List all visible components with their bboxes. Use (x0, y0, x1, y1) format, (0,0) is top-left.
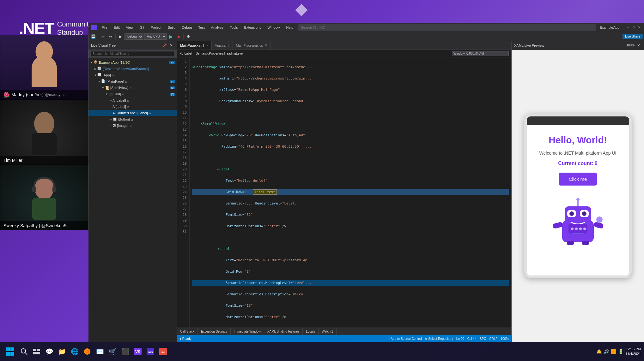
svg-rect-17 (567, 241, 574, 245)
phone-count-text: Current count: 0 (558, 161, 597, 166)
tree-item-image[interactable]: ─ 🖼 [Image] ⌂ (88, 122, 177, 129)
close-button[interactable]: ✕ (637, 25, 641, 30)
tree-item-desktopwindow[interactable]: ▶ 🪟 [DesktopWindowXamlSource] (88, 66, 177, 72)
menu-edit[interactable]: Edit (112, 25, 121, 30)
tab-callstack[interactable]: Call Stack (177, 328, 198, 335)
tab-immediatewindow[interactable]: Immediate Window (231, 328, 264, 335)
tree-expander-8: ─ (109, 105, 112, 109)
phone-click-button[interactable]: Click me (559, 173, 597, 186)
editor-tab-bar: MainPage.xaml × App.xaml MainPrograms.cs… (177, 41, 511, 50)
terminal-icon[interactable]: ⬛ (119, 346, 131, 357)
vs-window-controls: ─ □ ✕ (626, 25, 641, 30)
vs-taskbar-icon[interactable]: VS (132, 346, 143, 357)
edge-icon[interactable]: 🌐 (69, 346, 80, 357)
tab-appxaml[interactable]: App.xaml (212, 41, 233, 50)
status-select-repo[interactable]: ⊕ Select Repository (425, 337, 453, 340)
lvt-close-button[interactable]: ✕ (168, 43, 174, 48)
tree-label-5: 📜 [ScrollView] ⌂ (105, 86, 131, 90)
menu-debug[interactable]: Debug (180, 25, 193, 30)
toolbar-undo-icon[interactable]: ↩ (100, 33, 106, 40)
svg-rect-1 (32, 133, 57, 155)
tab-mainpage-xaml[interactable]: MainPage.xaml × (177, 41, 212, 50)
tab-locals[interactable]: Locals (303, 328, 319, 335)
tree-item-mainpage[interactable]: ▼ 📄 [MainPage] ⌂ [7] (88, 78, 177, 85)
code-line-4: BackgroundColor="{DynamicResource Second… (192, 98, 509, 104)
lvt-search-input[interactable] (91, 51, 174, 57)
code-content: <ContentPage xmlns="http://schemas.micro… (190, 57, 511, 328)
email-icon[interactable]: ✉️ (94, 346, 106, 357)
tree-item-grid[interactable]: ▼ ⊞ [Grid] ⌂ [5] (88, 91, 177, 97)
code-editor[interactable]: 12345 678910 1112131415 1617181920 21222… (177, 57, 511, 328)
tab-exceptionsettings[interactable]: Exception Settings (198, 328, 231, 335)
dotnet-taskbar-icon[interactable]: .NET (145, 346, 156, 357)
tab-mainprograms-close[interactable]: × (265, 44, 267, 47)
chat-icon[interactable]: 💬 (44, 346, 55, 357)
tab-watch1[interactable]: Watch 1 (319, 328, 337, 335)
toolbar-more-icon[interactable]: ⚙ (185, 33, 192, 40)
svg-text:R#: R# (161, 351, 165, 354)
menu-tools[interactable]: Tools (228, 25, 239, 30)
code-line-24 (192, 326, 509, 328)
tab-mainpage-close[interactable]: × (206, 44, 208, 47)
taskview-icon[interactable] (31, 346, 42, 357)
explorer-icon[interactable]: 📁 (56, 346, 68, 357)
tab-mainprograms[interactable]: MainPrograms.cs × (233, 41, 270, 50)
menu-build[interactable]: Build (167, 25, 177, 30)
menu-extensions[interactable]: Extensions (243, 25, 263, 30)
tree-badge-5: [8] (170, 86, 175, 89)
menu-file[interactable]: File (100, 25, 109, 30)
platform-dropdown[interactable]: Any CPU (144, 33, 167, 40)
svg-line-31 (25, 352, 27, 355)
tree-item-label2[interactable]: ─ A [Label] ⌂ (88, 104, 177, 110)
tree-item-app[interactable]: ▼ ⬜ [App] ⌂ (88, 72, 177, 78)
menu-project[interactable]: Project (149, 25, 162, 30)
toolbar-debug-icon[interactable]: ▶ (117, 33, 124, 40)
rider-icon[interactable]: R# (157, 346, 169, 357)
status-ln: Ln 20 (456, 337, 464, 340)
menu-view[interactable]: View (125, 25, 135, 30)
search-icon (21, 348, 27, 355)
start-button[interactable] (3, 345, 17, 358)
tree-icon-2: 🪟 (97, 67, 102, 71)
system-clock: 12:16 PM 11/4/2021 (625, 347, 641, 357)
config-dropdown[interactable]: Debug (125, 33, 143, 40)
live-share-button[interactable]: Live Share (623, 34, 643, 39)
store-icon[interactable]: 🛒 (107, 346, 118, 357)
menu-help[interactable]: Help (285, 25, 295, 30)
person2-silhouette (0, 100, 88, 165)
minimize-button[interactable]: ─ (626, 25, 630, 30)
menu-git[interactable]: Git (138, 25, 145, 30)
tree-item-counterlabel[interactable]: ─ A CounterLabel [Label] ⌂ (88, 110, 177, 116)
tree-expander-10: ─ (109, 117, 112, 121)
status-add-source[interactable]: ↑ Add to Source Control (388, 337, 422, 340)
person3-label: Sweeky Satpathy | @SweekritiS (0, 221, 88, 230)
code-line-19: Grid.Row="1" (192, 269, 509, 275)
tree-item-button[interactable]: ─ 🔲 [Button] ⌂ (88, 116, 177, 122)
menu-test[interactable]: Test (197, 25, 206, 30)
svg-rect-4 (32, 186, 36, 192)
firefox-icon[interactable] (82, 346, 93, 357)
search-taskbar-icon[interactable] (18, 346, 30, 357)
toolbar-save-icon[interactable]: 💾 (90, 33, 97, 40)
bc-separator: › (193, 52, 194, 55)
person2-label: Tim Miller (0, 156, 88, 165)
tree-item-scrollview[interactable]: ▼ 📜 [ScrollView] ⌂ [8] (88, 85, 177, 91)
run-button[interactable]: ▶ (167, 33, 174, 40)
menu-window[interactable]: Window (266, 25, 281, 30)
tab-mainprograms-label: MainPrograms.cs (236, 44, 263, 47)
vs-search-input[interactable] (298, 24, 596, 31)
phone-statusbar (527, 116, 629, 125)
xaml-preview-close[interactable]: ✕ (636, 43, 641, 48)
stop-button[interactable]: ■ (175, 33, 182, 40)
maximize-button[interactable]: □ (631, 25, 636, 30)
toolbar-redo-icon[interactable]: ↪ (107, 33, 114, 40)
props-input-field[interactable] (452, 51, 509, 56)
tree-item-exampleapp[interactable]: ▼ 📦 ExampleApp [13/30] [10] (88, 59, 177, 66)
status-col: Col 44 (467, 337, 477, 340)
tab-xamlbindingfailures[interactable]: XAML Binding Failures (264, 328, 303, 335)
tree-item-label1[interactable]: ─ A [Label] ⌂ (88, 97, 177, 104)
lvt-pin-button[interactable]: 📌 (162, 43, 167, 48)
menu-analyze[interactable]: Analyze (210, 25, 225, 30)
svg-rect-15 (593, 222, 603, 229)
code-line-1: <ContentPage xmlns="http://schemas.micro… (192, 64, 509, 70)
